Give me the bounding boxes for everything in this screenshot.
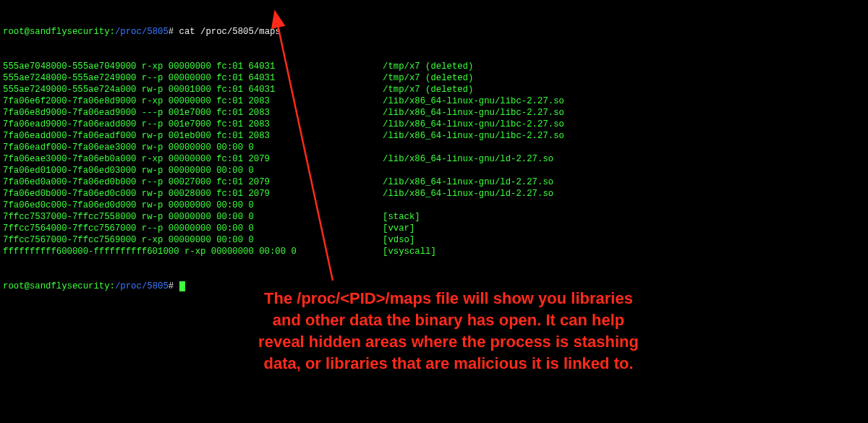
- maps-row: 7fa06ead9000-7fa06eadd000 r--p 001e7000 …: [3, 119, 865, 130]
- maps-row-right: [vvar]: [383, 223, 414, 234]
- maps-row: 555ae7249000-555ae724a000 rw-p 00001000 …: [3, 84, 865, 95]
- maps-row-left: 555ae7249000-555ae724a000 rw-p 00001000 …: [3, 84, 383, 95]
- maps-row: 7fa06ed01000-7fa06ed03000 rw-p 00000000 …: [3, 165, 865, 176]
- maps-row: 7fa06eadf000-7fa06eae3000 rw-p 00000000 …: [3, 142, 865, 153]
- command-text: cat /proc/5805/maps: [179, 27, 281, 37]
- prompt-path: /proc/5805: [115, 281, 169, 291]
- maps-row-left: 7ffcc7537000-7ffcc7558000 rw-p 00000000 …: [3, 211, 383, 223]
- maps-row-left: 7fa06eae3000-7fa06eb0a000 r-xp 00000000 …: [3, 153, 383, 165]
- maps-row-right: /lib/x86_64-linux-gnu/ld-2.27.so: [383, 189, 553, 199]
- maps-row-left: 7fa06ed0c000-7fa06ed0d000 rw-p 00000000 …: [3, 200, 383, 211]
- maps-row-left: 555ae7048000-555ae7049000 r-xp 00000000 …: [3, 61, 383, 72]
- maps-row: 7ffcc7564000-7ffcc7567000 r--p 00000000 …: [3, 223, 865, 234]
- terminal-output: root@sandflysecurity:/proc/5805# cat /pr…: [0, 0, 868, 304]
- maps-row: 7fa06ed0a000-7fa06ed0b000 r--p 00027000 …: [3, 176, 865, 188]
- maps-row: 555ae7248000-555ae7249000 r--p 00000000 …: [3, 72, 865, 84]
- prompt-path: /proc/5805: [115, 27, 169, 37]
- maps-row-right: /lib/x86_64-linux-gnu/libc-2.27.so: [383, 131, 564, 141]
- maps-row-right: [vdso]: [383, 235, 414, 245]
- maps-row-left: 7ffcc7567000-7ffcc7569000 r-xp 00000000 …: [3, 234, 383, 246]
- maps-row-right: [stack]: [383, 212, 420, 222]
- maps-rows: 555ae7048000-555ae7049000 r-xp 00000000 …: [3, 61, 865, 257]
- maps-row-left: 7ffcc7564000-7ffcc7567000 r--p 00000000 …: [3, 223, 383, 234]
- maps-row-left: 7fa06eadd000-7fa06eadf000 rw-p 001eb000 …: [3, 130, 383, 142]
- maps-row-right: /lib/x86_64-linux-gnu/libc-2.27.so: [383, 96, 564, 106]
- maps-row: 7fa06e6f2000-7fa06e8d9000 r-xp 00000000 …: [3, 95, 865, 107]
- maps-row: 7ffcc7537000-7ffcc7558000 rw-p 00000000 …: [3, 211, 865, 223]
- maps-row-left: 7fa06e8d9000-7fa06ead9000 ---p 001e7000 …: [3, 107, 383, 119]
- prompt-line-1: root@sandflysecurity:/proc/5805# cat /pr…: [3, 26, 865, 38]
- prompt-user: root@sandflysecurity: [3, 281, 110, 291]
- maps-row-left: 7fa06ead9000-7fa06eadd000 r--p 001e7000 …: [3, 119, 383, 130]
- maps-row: 7fa06ed0c000-7fa06ed0d000 rw-p 00000000 …: [3, 200, 865, 211]
- maps-row-left: ffffffffff600000-ffffffffff601000 r-xp 0…: [3, 246, 383, 257]
- maps-row-left: 7fa06ed01000-7fa06ed03000 rw-p 00000000 …: [3, 165, 383, 176]
- prompt-user: root@sandflysecurity: [3, 27, 110, 37]
- maps-row-right: /lib/x86_64-linux-gnu/ld-2.27.so: [383, 154, 553, 164]
- maps-row-left: 7fa06e6f2000-7fa06e8d9000 r-xp 00000000 …: [3, 95, 383, 107]
- maps-row-left: 7fa06ed0b000-7fa06ed0c000 rw-p 00028000 …: [3, 188, 383, 200]
- annotation-text: The /proc/<PID>/maps file will show you …: [250, 288, 647, 375]
- maps-row-left: 7fa06eadf000-7fa06eae3000 rw-p 00000000 …: [3, 142, 383, 153]
- maps-row-left: 7fa06ed0a000-7fa06ed0b000 r--p 00027000 …: [3, 176, 383, 188]
- prompt-sep: :: [110, 27, 115, 37]
- prompt-sep: :: [110, 281, 115, 291]
- maps-row-right: /lib/x86_64-linux-gnu/libc-2.27.so: [383, 119, 564, 129]
- maps-row-left: 555ae7248000-555ae7249000 r--p 00000000 …: [3, 72, 383, 84]
- maps-row: 555ae7048000-555ae7049000 r-xp 00000000 …: [3, 61, 865, 72]
- maps-row: 7ffcc7567000-7ffcc7569000 r-xp 00000000 …: [3, 234, 865, 246]
- maps-row-right: /lib/x86_64-linux-gnu/libc-2.27.so: [383, 108, 564, 118]
- maps-row: 7fa06eadd000-7fa06eadf000 rw-p 001eb000 …: [3, 130, 865, 142]
- maps-row: 7fa06ed0b000-7fa06ed0c000 rw-p 00028000 …: [3, 188, 865, 200]
- maps-row-right: [vsyscall]: [383, 247, 436, 257]
- maps-row: ffffffffff600000-ffffffffff601000 r-xp 0…: [3, 246, 865, 257]
- maps-row-right: /tmp/x7 (deleted): [383, 73, 473, 83]
- cursor: [179, 281, 185, 291]
- maps-row: 7fa06e8d9000-7fa06ead9000 ---p 001e7000 …: [3, 107, 865, 119]
- maps-row-right: /lib/x86_64-linux-gnu/ld-2.27.so: [383, 177, 553, 187]
- maps-row: 7fa06eae3000-7fa06eb0a000 r-xp 00000000 …: [3, 153, 865, 165]
- maps-row-right: /tmp/x7 (deleted): [383, 85, 473, 95]
- maps-row-right: /tmp/x7 (deleted): [383, 61, 473, 72]
